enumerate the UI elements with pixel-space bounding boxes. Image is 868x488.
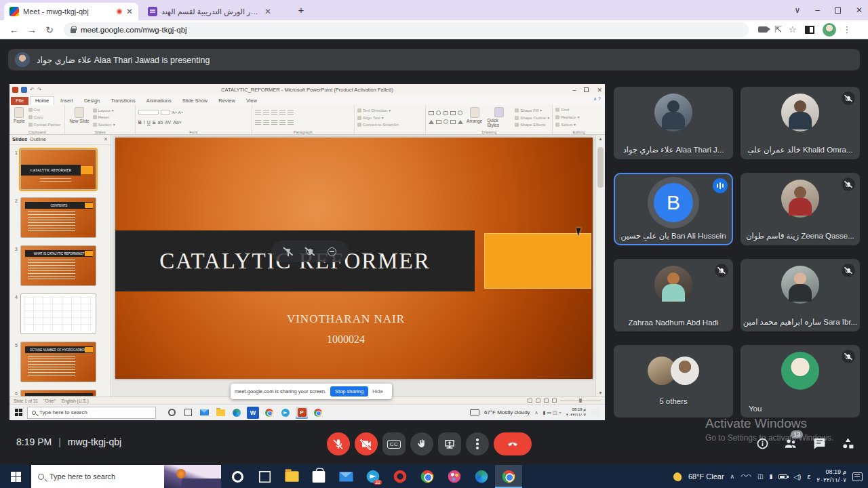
address-bar[interactable]: meet.google.com/mwg-tkgj-qbj [64,22,749,37]
pin-off-icon[interactable] [283,247,293,256]
inner-search-box[interactable]: Type here to search [27,407,156,419]
inner-edge-icon[interactable] [231,407,243,419]
inner-chrome-icon[interactable] [263,407,275,419]
new-slide-button[interactable]: New Slide [68,106,90,128]
slide-thumbnail-3[interactable]: 3 WHAT IS CATALYTIC REFORMING? [11,245,96,286]
slide-thumbnail-4[interactable]: 4 [11,293,96,334]
inner-tray-chevron-icon[interactable]: ∧ [535,410,538,415]
task-view-icon[interactable] [251,465,278,488]
ppt-minimize-button[interactable]: – [572,87,576,94]
share-icon[interactable]: ⇱ [774,24,782,35]
cut-button[interactable]: Cut [28,108,61,112]
raise-hand-button[interactable] [410,432,433,455]
char-spacing-button[interactable]: AV [165,120,171,125]
new-tab-button[interactable]: + [293,3,309,19]
captions-button[interactable]: CC [382,432,406,455]
window-close-button[interactable]: ✕ [856,5,863,15]
ppt-maximize-button[interactable] [584,87,589,92]
align-center-button[interactable] [263,120,269,125]
shape-outline-button[interactable]: Shape Outline ▾ [515,115,549,120]
ribbon-tab-file[interactable]: File [11,97,28,105]
tab-close-icon[interactable]: ✕ [264,7,271,16]
align-left-button[interactable] [255,120,261,125]
opera-icon[interactable] [387,465,414,488]
activities-icon[interactable] [840,435,856,451]
section-button[interactable]: Section ▾ [93,122,115,127]
mail-icon[interactable] [332,465,359,488]
numbering-button[interactable] [263,110,269,115]
panel-close-icon[interactable]: ✕ [104,136,108,143]
indent-decrease-button[interactable] [271,110,277,115]
inner-powerpoint-icon-active[interactable]: P [296,407,308,419]
present-button[interactable] [438,432,461,455]
arrange-button[interactable]: Arrange [465,106,484,128]
font-size-combo[interactable] [161,110,170,115]
copy-button[interactable]: Copy [28,115,61,119]
inner-task-view-icon[interactable] [182,407,194,419]
participant-tile-ban-speaking[interactable]: B بان علي حسين Ban Ali Hussein [614,173,733,245]
hide-share-bar-button[interactable]: Hide [372,388,382,394]
paste-button[interactable]: Paste [12,106,26,128]
normal-view-icon[interactable] [528,399,532,403]
search-highlight-image[interactable] [164,465,221,488]
reading-view-icon[interactable] [544,399,549,403]
tab-meet[interactable]: Meet - mwg-tkgj-qbj ✕ [4,3,138,20]
file-explorer-icon[interactable] [278,465,305,488]
select-button[interactable]: Select ▾ [555,122,579,127]
tab-close-icon[interactable]: ✕ [126,7,133,16]
justify-button[interactable] [279,120,285,125]
mic-tray-icon[interactable]: ▮ [769,473,772,480]
shape-effects-button[interactable]: Shape Effects [515,123,549,127]
ppt-scrollbar[interactable]: ▲ ▼ [595,135,605,396]
slide-sorter-icon[interactable] [536,399,540,403]
ribbon-tab-animations[interactable]: Animations [142,97,176,105]
ribbon-tab-view[interactable]: View [241,97,262,105]
ribbon-tab-transitions[interactable]: Transitions [106,97,140,105]
align-text-button[interactable]: Align Text ▾ [357,115,399,120]
inner-chrome2-icon[interactable] [312,407,324,419]
bullets-button[interactable] [255,110,261,115]
slideshow-view-icon[interactable] [552,399,557,403]
align-right-button[interactable] [271,120,277,125]
inner-clock[interactable]: 08:19 م٢٠٢٢/١١/٠٧ [566,407,586,418]
mic-off-button[interactable] [327,432,350,455]
line-spacing-button[interactable] [288,110,294,115]
shared-screen-presentation[interactable]: ↶ ↷ CATALYTIC_REFORMER - Microsoft Power… [9,84,605,420]
participant-tile-others[interactable]: 5 others [614,345,733,418]
panel-tab-slides[interactable]: Slides [12,136,27,143]
taskbar-weather[interactable]: 68°F Clear [688,472,724,481]
taskbar-search-box[interactable]: Type here to search [31,465,221,488]
inner-telegram-icon[interactable] [279,407,292,419]
language-indicator[interactable]: ε [807,472,810,481]
ribbon-tab-review[interactable]: Review [214,97,240,105]
bold-button[interactable]: B [138,120,142,125]
columns-button[interactable] [288,120,294,125]
inner-weather[interactable]: 67°F Mostly cloudy [484,409,530,415]
shadow-button[interactable]: ab [158,120,163,125]
slide-canvas[interactable]: CATALYTIC REFORMER VINOTHARAN NAIR 10000… [115,138,593,379]
ribbon-tab-design[interactable]: Design [79,97,104,105]
ribbon-tab-insert[interactable]: Insert [56,97,78,105]
slide-thumbnail-6[interactable]: 6 [11,390,96,396]
layout-button[interactable]: Layout ▾ [93,108,115,113]
chrome-active-icon[interactable] [495,465,522,488]
action-center-icon[interactable] [852,472,863,481]
slide-thumbnail-5[interactable]: 5 OCTANE NUMBER OF HYDROCARBONS [11,342,96,382]
shape-fill-button[interactable]: Shape Fill ▾ [515,108,549,113]
chrome-icon[interactable] [414,465,441,488]
slide-thumbnail-2[interactable]: 2 CONTENTS [11,197,96,238]
display-icon[interactable]: ◫ [757,473,764,480]
inner-mail-icon[interactable] [198,407,210,419]
strikethrough-button[interactable]: S [153,120,156,125]
more-options-button[interactable] [466,432,489,455]
format-painter-button[interactable]: Format Painter [28,123,61,127]
indent-increase-button[interactable] [279,110,285,115]
ribbon-tab-slideshow[interactable]: Slide Show [178,97,213,105]
window-maximize-button[interactable] [835,7,841,14]
microsoft-store-icon[interactable] [305,465,332,488]
side-panel-icon[interactable] [805,26,814,34]
meeting-details-info-icon[interactable] [754,435,770,451]
inner-file-explorer-icon[interactable] [214,407,226,419]
window-minimize-button[interactable]: – [815,5,820,15]
wifi-icon[interactable]: ◠◠ [741,473,751,480]
